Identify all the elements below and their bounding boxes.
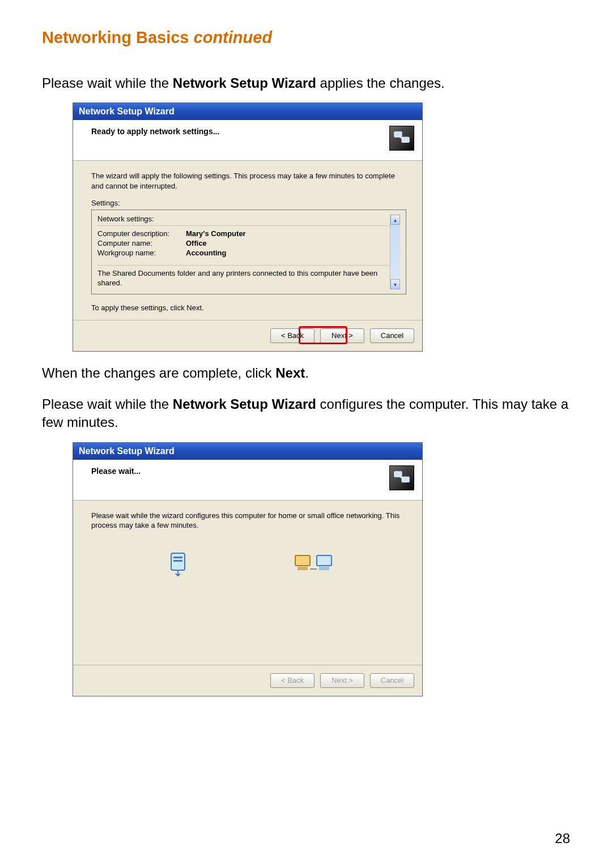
wizard-dialog-2: Network Setup Wizard Please wait... Plea…: [73, 442, 423, 696]
computers-network-icon: [293, 550, 334, 578]
para2-post: .: [305, 365, 309, 380]
heading-continued: continued: [194, 28, 273, 46]
progress-animation: [114, 550, 384, 578]
setting-value: Office: [186, 239, 207, 247]
paragraph-2: When the changes are complete, click Nex…: [42, 364, 570, 382]
button-row: < Back Next > Cancel: [73, 320, 422, 351]
setting-row-description: Computer description: Mary's Computer: [97, 229, 390, 238]
apply-note: To apply these settings, click Next.: [91, 303, 406, 312]
svg-rect-9: [295, 555, 310, 566]
settings-footnote: The Shared Documents folder and any prin…: [97, 265, 390, 288]
titlebar: Network Setup Wizard: [73, 103, 422, 120]
setting-row-name: Computer name: Office: [97, 239, 390, 247]
setting-row-workgroup: Workgroup name: Accounting: [97, 249, 390, 257]
network-computers-icon: [389, 465, 414, 490]
wizard-header-title: Ready to apply network settings...: [91, 127, 219, 136]
svg-rect-11: [298, 567, 308, 570]
network-computers-icon: [389, 126, 414, 151]
wizard-dialog-1: Network Setup Wizard Ready to apply netw…: [73, 102, 423, 352]
wizard-header-title: Please wait...: [91, 467, 141, 476]
heading-text: Networking Basics: [42, 28, 189, 46]
titlebar: Network Setup Wizard: [73, 443, 422, 460]
settings-label: Settings:: [91, 199, 406, 207]
cancel-button: Cancel: [370, 673, 414, 688]
settings-subhead: Network settings:: [97, 215, 390, 226]
para1-post: applies the changes.: [316, 75, 445, 91]
para2-pre: When the changes are complete, click: [42, 365, 275, 380]
setting-key: Computer description:: [97, 229, 186, 238]
back-button: < Back: [270, 673, 314, 688]
svg-rect-1: [402, 138, 409, 143]
cancel-button-label: Cancel: [381, 676, 403, 685]
next-button: Next >: [320, 673, 364, 688]
para2-bold: Next: [275, 365, 305, 380]
paragraph-3: Please wait while the Network Setup Wiza…: [42, 395, 570, 432]
highlight-next-button: [299, 326, 347, 344]
scroll-up-icon[interactable]: ▴: [390, 215, 400, 225]
scroll-down-icon[interactable]: ▾: [390, 279, 400, 289]
setting-key: Computer name:: [97, 239, 186, 247]
titlebar-text: Network Setup Wizard: [79, 446, 175, 456]
wizard-header: Ready to apply network settings...: [73, 120, 422, 161]
titlebar-text: Network Setup Wizard: [79, 106, 175, 116]
file-transfer-icon: [164, 550, 193, 578]
para1-pre: Please wait while the: [42, 75, 173, 91]
button-row: < Back Next > Cancel: [73, 665, 422, 696]
next-button-label: Next >: [332, 676, 353, 685]
para1-bold: Network Setup Wizard: [173, 75, 316, 91]
cancel-button[interactable]: Cancel: [370, 328, 414, 343]
cancel-button-label: Cancel: [381, 331, 403, 340]
settings-listbox: Network settings: Computer description: …: [91, 209, 406, 294]
back-button-label: < Back: [281, 676, 304, 685]
page-number: 28: [555, 831, 570, 846]
svg-rect-8: [173, 560, 182, 562]
svg-rect-7: [173, 557, 182, 558]
wizard-body-text: Please wait while the wizard configures …: [91, 511, 406, 531]
svg-rect-0: [394, 132, 402, 137]
svg-rect-12: [319, 567, 329, 570]
svg-rect-4: [402, 477, 409, 482]
scroll-track[interactable]: [390, 225, 400, 279]
scrollbar[interactable]: ▴ ▾: [390, 215, 400, 289]
wizard-header: Please wait...: [73, 460, 422, 501]
paragraph-intro-1: Please wait while the Network Setup Wiza…: [42, 74, 570, 92]
wizard-body: Please wait while the wizard configures …: [73, 501, 422, 665]
svg-rect-10: [317, 555, 332, 566]
section-heading: Networking Basics continued: [42, 28, 570, 47]
wizard-body-text: The wizard will apply the following sett…: [91, 171, 406, 191]
setting-key: Workgroup name:: [97, 249, 186, 257]
wizard-body: The wizard will apply the following sett…: [73, 161, 422, 320]
para3-pre: Please wait while the: [42, 396, 173, 412]
setting-value: Accounting: [186, 249, 227, 257]
svg-rect-3: [394, 471, 402, 476]
para3-bold: Network Setup Wizard: [173, 396, 316, 412]
setting-value: Mary's Computer: [186, 229, 246, 238]
